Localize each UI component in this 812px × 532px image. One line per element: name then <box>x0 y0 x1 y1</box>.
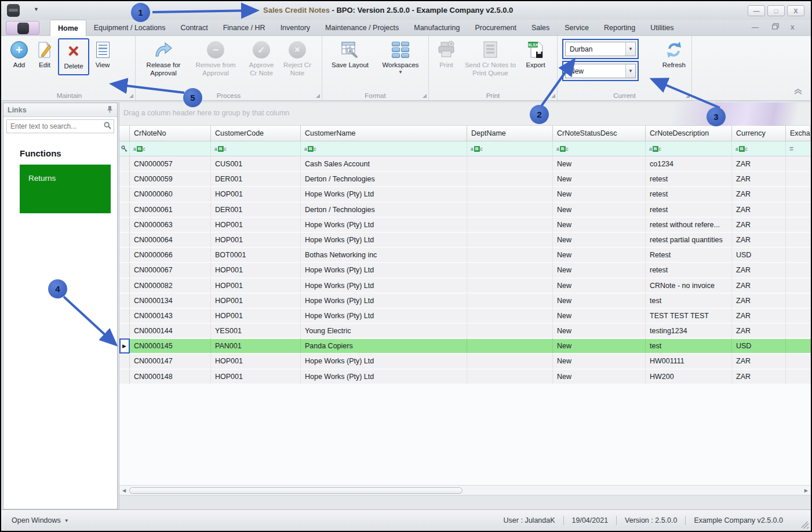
edit-button[interactable]: Edit <box>32 38 57 71</box>
scrollbar-thumb[interactable] <box>129 487 463 494</box>
scroll-right-icon[interactable]: ▶ <box>804 488 808 493</box>
tab-utilities[interactable]: Utilities <box>643 20 681 36</box>
column-header-customercode[interactable]: CustomerCode <box>211 126 301 141</box>
row-indicator <box>119 202 130 217</box>
current-dialog-launcher-icon[interactable] <box>686 94 690 98</box>
tab-manufacturing[interactable]: Manufacturing <box>406 20 467 36</box>
application-menu-button[interactable] <box>6 21 39 35</box>
tab-service[interactable]: Service <box>557 20 596 36</box>
column-header-deptname[interactable]: DeptName <box>467 126 553 141</box>
tab-contract[interactable]: Contract <box>173 20 215 36</box>
cell-crnotestatusdesc: New <box>553 232 646 247</box>
table-row-CN0000057[interactable]: CN0000057CUS001Cash Sales AccountNewco12… <box>119 156 811 172</box>
chevron-down-icon[interactable]: ▼ <box>625 64 635 78</box>
filter-cell-crnotedescription[interactable]: aBc <box>646 141 732 156</box>
column-header-currency[interactable]: Currency <box>732 126 786 141</box>
export-button[interactable]: XLSX Export <box>520 38 551 71</box>
tab-finance-hr[interactable]: Finance / HR <box>216 20 273 36</box>
tab-procurement[interactable]: Procurement <box>467 20 524 36</box>
minimize-button[interactable]: — <box>748 5 765 16</box>
table-row-CN0000064[interactable]: CN0000064HOP001Hope Works (Pty) LtdNewre… <box>119 232 811 247</box>
release-for-approval-button[interactable]: Release for Approval <box>139 38 188 78</box>
filter-cell-currency[interactable]: aBc <box>732 141 786 156</box>
status-dropdown[interactable]: New ▼ <box>565 64 636 78</box>
delete-button[interactable]: × Delete <box>58 38 89 75</box>
ribbon-collapse-icon[interactable] <box>793 86 803 97</box>
quick-access-dropdown-icon[interactable]: ▼ <box>34 6 39 12</box>
mdi-close-icon[interactable]: x <box>791 23 795 31</box>
cell-currency: USD <box>732 338 786 354</box>
print-dialog-launcher-icon[interactable] <box>551 94 555 98</box>
table-row-CN0000066[interactable]: CN0000066BOT0001Bothas Networking incNew… <box>119 247 811 263</box>
tab-home[interactable]: Home <box>50 20 86 36</box>
cell-excha <box>786 187 811 202</box>
tab-sales[interactable]: Sales <box>524 20 557 36</box>
cell-crnoteno: CN0000143 <box>130 308 211 323</box>
open-windows-button[interactable]: Open Windows ▼ <box>12 516 69 524</box>
filter-cell-crnoteno[interactable]: aBc <box>130 141 211 156</box>
links-panel: Links Functions Returns <box>3 103 118 509</box>
table-row-CN0000061[interactable]: CN0000061DER001Derton / TechnologiesNewr… <box>119 202 811 217</box>
table-row-CN0000147[interactable]: CN0000147HOP001Hope Works (Pty) LtdNewHW… <box>119 354 811 369</box>
filter-cell-crnotestatusdesc[interactable]: aBc <box>553 141 646 156</box>
table-row-CN0000082[interactable]: CN0000082HOP001Hope Works (Pty) LtdNewCR… <box>119 278 811 293</box>
format-dialog-launcher-icon[interactable] <box>423 94 427 98</box>
tab-equipment-locations[interactable]: Equipment / Locations <box>86 20 173 36</box>
tab-maintenance-projects[interactable]: Maintenance / Projects <box>318 20 406 36</box>
pin-icon[interactable] <box>107 105 113 115</box>
cell-deptname <box>467 308 553 323</box>
horizontal-scrollbar[interactable]: ◀ ▶ <box>119 485 811 495</box>
column-header-customername[interactable]: CustomerName <box>301 126 467 141</box>
add-button[interactable]: + Add <box>7 38 31 71</box>
maximize-button[interactable]: □ <box>767 5 785 16</box>
table-row-CN0000060[interactable]: CN0000060HOP001Hope Works (Pty) LtdNewre… <box>119 187 811 202</box>
reject-cr-note-button[interactable]: × Reject Cr Note <box>281 38 314 78</box>
table-row-CN0000143[interactable]: CN0000143HOP001Hope Works (Pty) LtdNewTE… <box>119 308 811 323</box>
filter-cell-customername[interactable]: aBc <box>301 141 467 156</box>
close-button[interactable]: X <box>787 5 804 16</box>
mdi-minimize-icon[interactable]: — <box>752 23 759 31</box>
table-row-CN0000145[interactable]: ▶CN0000145PAN001Panda CopiersNewtestUSD <box>119 338 811 354</box>
table-row-CN0000144[interactable]: CN0000144YES001Young ElectricNewtesting1… <box>119 323 811 338</box>
table-row-CN0000148[interactable]: CN0000148HOP001Hope Works (Pty) LtdNewHW… <box>119 369 811 384</box>
site-dropdown[interactable]: Durban ▼ <box>565 42 636 56</box>
mdi-restore-icon[interactable] <box>772 23 779 31</box>
approve-cr-note-button[interactable]: ✓ Approve Cr Note <box>243 38 279 78</box>
column-header-crnoteno[interactable]: CrNoteNo <box>130 126 211 141</box>
column-header-excha[interactable]: Excha <box>786 126 811 141</box>
filter-cell-customercode[interactable]: aBc <box>211 141 301 156</box>
column-header-crnotestatusdesc[interactable]: CrNoteStatusDesc <box>553 126 646 141</box>
search-input[interactable] <box>7 122 100 130</box>
links-search-box <box>6 119 114 133</box>
column-header-crnotedescription[interactable]: CrNoteDescription <box>646 126 732 141</box>
filter-cell-deptname[interactable]: aBc <box>467 141 553 156</box>
table-row-CN0000067[interactable]: CN0000067HOP001Hope Works (Pty) LtdNewre… <box>119 263 811 278</box>
workspaces-button[interactable]: Workspaces ▼ <box>376 38 425 75</box>
refresh-button[interactable]: Refresh <box>660 38 688 71</box>
table-row-CN0000059[interactable]: CN0000059DER001Derton / TechnologiesNewr… <box>119 172 811 187</box>
tab-inventory[interactable]: Inventory <box>273 20 318 36</box>
table-row-CN0000063[interactable]: CN0000063HOP001Hope Works (Pty) LtdNewre… <box>119 217 811 232</box>
tab-reporting[interactable]: Reporting <box>596 20 643 36</box>
process-dialog-launcher-icon[interactable] <box>316 94 320 98</box>
remove-from-approval-button[interactable]: − Remove from Approval <box>189 38 242 78</box>
table-row-CN0000134[interactable]: CN0000134HOP001Hope Works (Pty) LtdNewte… <box>119 293 811 308</box>
sidebar-item-returns[interactable]: Returns <box>20 165 111 213</box>
maintain-dialog-launcher-icon[interactable] <box>129 94 133 98</box>
print-button[interactable]: ? Print <box>432 38 460 71</box>
cell-currency: ZAR <box>732 202 786 217</box>
export-xlsx-icon: XLSX <box>526 40 545 60</box>
send-to-print-queue-button[interactable]: Send Cr Notes to Print Queue <box>461 38 519 78</box>
chevron-down-icon[interactable]: ▼ <box>625 42 635 56</box>
search-icon[interactable] <box>100 121 115 132</box>
cell-customercode: CUS001 <box>211 156 301 172</box>
status-bar: Open Windows ▼ User : JulandaK 19/04/202… <box>1 509 811 531</box>
resize-grip[interactable] <box>802 522 809 529</box>
cell-customercode: HOP001 <box>211 293 301 308</box>
view-button[interactable]: View <box>90 38 115 71</box>
scroll-left-icon[interactable]: ◀ <box>122 488 126 493</box>
row-indicator <box>119 293 130 308</box>
cell-excha <box>786 247 811 263</box>
save-layout-button[interactable]: Save Layout <box>326 38 374 71</box>
filter-cell-excha[interactable]: = <box>786 141 811 156</box>
